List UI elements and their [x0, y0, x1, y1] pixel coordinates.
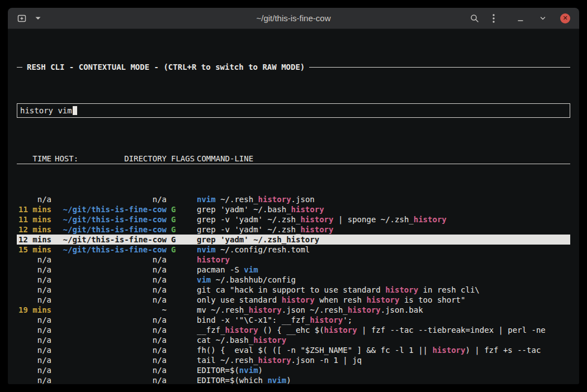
minimize-icon	[517, 15, 524, 22]
row-time: 11 mins	[17, 204, 51, 214]
command-segment: tail ~/.resh_	[197, 356, 258, 365]
history-row[interactable]: n/an/anvim ~/.resh_history.json	[17, 194, 570, 204]
row-time: n/a	[17, 285, 51, 295]
row-directory: ~	[55, 305, 167, 315]
history-row[interactable]: n/an/atail ~/.resh_history.json -n 1 | j…	[17, 355, 570, 365]
command-segment: nvim	[197, 195, 216, 204]
row-directory: n/a	[55, 255, 167, 265]
row-flags: G	[170, 245, 197, 255]
search-button[interactable]	[467, 11, 482, 26]
row-directory: n/a	[55, 194, 167, 204]
row-directory: n/a	[55, 315, 167, 325]
command-segment: ';	[343, 315, 352, 324]
history-row[interactable]: n/an/apacman -S vim	[17, 265, 570, 275]
command-segment: pacman -S	[197, 265, 244, 274]
row-flags	[170, 265, 197, 275]
menu-button[interactable]	[486, 11, 501, 26]
history-row[interactable]: 15 mins~/git/this-is-fine-cowGnvim ~/.co…	[17, 245, 570, 255]
row-time: 19 mins	[17, 305, 51, 315]
row-flags	[170, 375, 197, 384]
history-row[interactable]: n/an/acat ~/.bash_history	[17, 335, 570, 345]
column-host: HOST:	[55, 154, 78, 164]
history-row[interactable]: n/an/aonly use standard history when res…	[17, 295, 570, 305]
row-time: 11 mins	[17, 214, 51, 224]
row-directory: n/a	[55, 265, 167, 275]
row-directory: n/a	[55, 275, 167, 285]
row-time: n/a	[17, 255, 51, 265]
history-row[interactable]: 19 mins~mv ~/.resh_history.json ~/.resh_…	[17, 305, 570, 315]
search-icon	[470, 14, 479, 23]
row-command: nvim ~/.config/resh.toml	[197, 245, 570, 255]
row-flags	[170, 255, 197, 265]
row-command: grep 'yadm' ~/.bash_history	[197, 204, 570, 214]
new-tab-button[interactable]	[15, 11, 29, 26]
column-directory: DIRECTORY	[124, 154, 167, 164]
history-row[interactable]: n/an/a__fzf_history () { __ehc $(history…	[17, 325, 570, 335]
command-segment: when resh	[315, 295, 367, 304]
row-command: EDITOR=$(nvim)	[197, 365, 570, 375]
row-directory: ~/git/this-is-fine-cow	[55, 235, 167, 245]
row-command: mv ~/.resh_history.json ~/.resh_history.…	[197, 305, 570, 315]
command-segment: history	[197, 255, 230, 264]
restore-button[interactable]	[536, 11, 550, 26]
command-segment: | sponge ~/.zsh_	[333, 215, 413, 224]
row-command: bind -x '"\C-x1": __fzf_history';	[197, 315, 570, 325]
new-tab-icon	[17, 13, 26, 23]
row-command: EDITOR=$(which nvim)	[197, 375, 570, 384]
row-directory: n/a	[55, 345, 167, 355]
tabs-dropdown-button[interactable]	[34, 11, 42, 26]
row-time: n/a	[17, 375, 51, 384]
search-input[interactable]: history vim	[17, 103, 570, 118]
command-segment: is too short"	[399, 295, 465, 304]
row-command: history	[197, 255, 570, 265]
history-row[interactable]: 11 mins~/git/this-is-fine-cowGgrep -v 'y…	[17, 214, 570, 224]
table-header: TIME HOST:DIRECTORY FLAGS COMMAND-LINE	[17, 154, 570, 164]
command-segment: history	[385, 285, 418, 294]
minimize-button[interactable]	[513, 11, 528, 26]
terminal-screen: RESH CLI - CONTEXTUAL MODE - (CTRL+R to …	[8, 29, 579, 384]
command-segment: history	[258, 195, 291, 204]
command-segment: history	[225, 326, 258, 334]
history-row[interactable]: n/an/afh() { eval $( ([ -n "$ZSH_NAME" ]…	[17, 345, 570, 355]
kebab-menu-icon	[492, 13, 495, 23]
row-time: n/a	[17, 315, 51, 325]
history-row[interactable]: n/an/aEDITOR=$(nvim)	[17, 365, 570, 375]
row-directory: ~/git/this-is-fine-cow	[55, 204, 167, 214]
command-segment: fh() { eval $( ([ -n "$ZSH_NAME" ] && fc…	[197, 346, 432, 355]
title-rule-left	[17, 67, 22, 68]
close-button[interactable]: ✕	[558, 11, 572, 26]
history-row-selected[interactable]: 12 mins~/git/this-is-fine-cowGgrep 'yadm…	[17, 235, 570, 245]
row-flags	[170, 194, 197, 204]
row-flags	[170, 305, 197, 315]
row-time: n/a	[17, 265, 51, 275]
column-time: TIME	[17, 154, 51, 164]
history-row[interactable]: n/an/ahistory	[17, 255, 570, 265]
window-titlebar: ~/git/this-is-fine-cow	[8, 8, 579, 29]
command-segment: .json ~/.resh_	[282, 305, 348, 314]
row-directory: n/a	[55, 285, 167, 295]
command-segment: ~/.resh_	[216, 195, 258, 204]
close-icon: ✕	[560, 13, 570, 23]
row-flags	[170, 335, 197, 345]
row-command: pacman -S vim	[197, 265, 570, 275]
row-flags	[170, 365, 197, 375]
history-row[interactable]: 12 mins~/git/this-is-fine-cowGgrep -v 'y…	[17, 224, 570, 235]
row-time: 12 mins	[17, 224, 51, 235]
row-time: n/a	[17, 355, 51, 365]
row-command: vim ~/.bashhub/config	[197, 275, 570, 285]
command-segment: vim	[197, 275, 211, 284]
command-segment: history	[253, 336, 286, 345]
resh-mode-header: RESH CLI - CONTEXTUAL MODE - (CTRL+R to …	[17, 62, 570, 72]
history-row[interactable]: n/an/aEDITOR=$(which nvim)	[17, 375, 570, 384]
command-segment: mv ~/.resh_	[197, 305, 249, 314]
column-command: COMMAND-LINE	[197, 154, 570, 164]
history-row[interactable]: n/an/agit ca "hack in support to use sta…	[17, 285, 570, 295]
history-row[interactable]: 11 mins~/git/this-is-fine-cowGgrep 'yadm…	[17, 204, 570, 214]
history-row[interactable]: n/an/abind -x '"\C-x1": __fzf_history';	[17, 315, 570, 325]
command-segment: EDITOR=$(	[197, 366, 239, 375]
row-directory: n/a	[55, 335, 167, 345]
row-command: nvim ~/.resh_history.json	[197, 194, 570, 204]
command-segment: ~/.bashhub/config	[211, 275, 296, 284]
history-row[interactable]: n/an/avim ~/.bashhub/config	[17, 275, 570, 285]
command-segment: nvim	[267, 376, 286, 384]
